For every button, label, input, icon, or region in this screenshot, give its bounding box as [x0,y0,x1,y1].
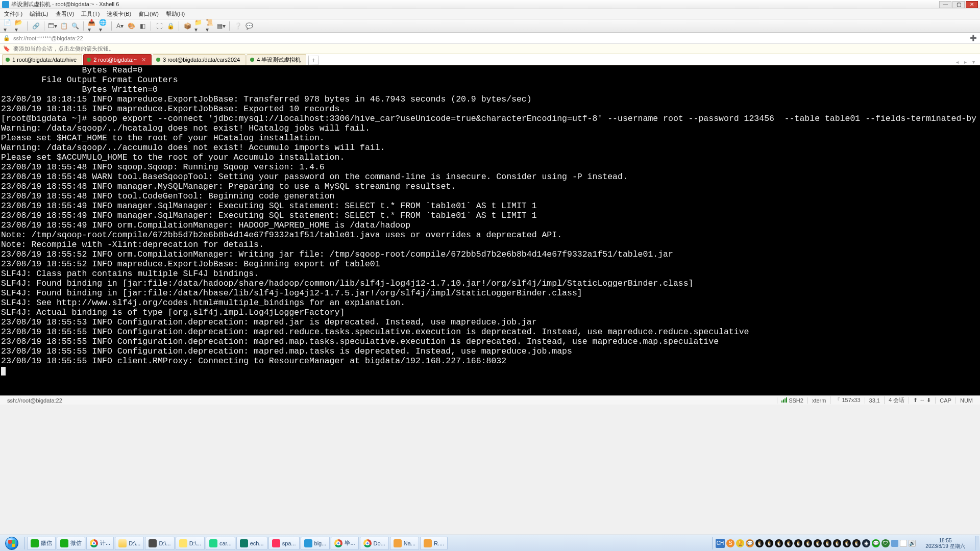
tabs-menu-icon[interactable]: ▾ [970,59,977,65]
properties-button[interactable]: 🗔▾ [48,21,57,31]
menu-help[interactable]: 帮助(H) [166,10,185,18]
status-divider: ⬆ ↔ ⬇ [909,397,935,404]
status-signal: SSH2 [777,397,807,404]
menu-tools[interactable]: 工具(T) [81,10,100,18]
status-position: 33,1 [865,397,884,404]
globe-button[interactable]: 🌐▾ [99,21,108,31]
status-connection: ssh://root@bigdata:22 [3,397,777,404]
app-icon [2,1,9,8]
script-button[interactable]: 📜▾ [205,21,214,31]
status-num: NUM [955,397,977,404]
menu-edit[interactable]: 编辑(E) [30,10,48,18]
menu-file[interactable]: 文件(F) [4,10,22,18]
address-add-button[interactable]: ➕ [970,35,977,41]
tab-3[interactable]: 3 root@bigdata:/data/cars2024 [153,54,246,65]
reconnect-button[interactable]: 🔗 [31,21,40,31]
fullscreen-button[interactable]: ⛶ [155,21,164,31]
tab-label: 3 root@bigdata:/data/cars2024 [163,57,240,63]
help-button[interactable]: ❔ [233,21,242,31]
lock-icon: 🔒 [3,35,10,41]
window-title: 毕设测试虚拟机 - root@bigdata:~ - Xshell 6 [11,1,938,8]
comment-icon[interactable]: 💬 [244,21,254,31]
menu-view[interactable]: 查看(V) [56,10,75,18]
tab-bar: 1 root@bigdata:/data/hive 2 root@bigdata… [0,54,980,65]
tab-2[interactable]: 2 root@bigdata:~✕ [83,54,152,65]
new-tab-button[interactable]: + [308,56,318,65]
tab-1[interactable]: 1 root@bigdata:/data/hive [2,54,82,65]
paste-button[interactable]: 📥▾ [87,21,96,31]
status-size: 『 157x33 [830,396,864,404]
menu-window[interactable]: 窗口(W) [138,10,159,18]
new-session-button[interactable]: 📄▾ [3,21,12,31]
status-dot-icon [87,58,91,62]
lock-button[interactable]: 🔒 [166,21,175,31]
hint-bar: 🔖 要添加当前会话，点击左侧的箭头按钮。 [0,44,980,54]
close-button[interactable]: ✕ [966,1,978,8]
transfer-button[interactable]: 📦 [183,21,192,31]
font-button[interactable]: A▾ [115,21,125,31]
status-sessions: 4 会话 [884,396,909,404]
tab-label: 2 root@bigdata:~ [93,57,137,63]
address-text[interactable]: ssh://root:******@bigdata:22 [13,35,83,41]
tool-bar: 📄▾ 📂▾ 🔗 🗔▾ 📋 🔍 📥▾ 🌐▾ A▾ 🎨 ◧ ⛶ 🔒 📦 📁▾ 📜▾ … [0,19,980,33]
status-dot-icon [6,58,10,62]
sftp-button[interactable]: 📁▾ [194,21,203,31]
highlight-button[interactable]: ◧ [138,21,147,31]
tab-label: 4 毕设测试虚拟机 [257,56,301,64]
copy-button[interactable]: 📋 [59,21,68,31]
status-dot-icon [250,58,254,62]
close-tab-icon[interactable]: ✕ [141,57,146,63]
title-bar: 毕设测试虚拟机 - root@bigdata:~ - Xshell 6 — ▢ … [0,0,980,9]
status-bar: ssh://root@bigdata:22 SSH2 xterm 『 157x3… [0,395,980,405]
menu-bar: 文件(F) 编辑(E) 查看(V) 工具(T) 选项卡(B) 窗口(W) 帮助(… [0,9,980,19]
tabs-scroll-right[interactable]: ▸ [962,59,969,65]
layout-button[interactable]: ▦▾ [216,21,226,31]
status-dot-icon [156,58,160,62]
menu-options[interactable]: 选项卡(B) [107,10,131,18]
address-bar: 🔒 ssh://root:******@bigdata:22 ➕ [0,33,980,44]
bookmark-icon[interactable]: 🔖 [3,45,10,52]
find-button[interactable]: 🔍 [70,21,80,31]
tab-4[interactable]: 4 毕设测试虚拟机 [247,54,306,65]
open-button[interactable]: 📂▾ [14,21,23,31]
status-term: xterm [807,397,830,404]
status-cap: CAP [935,397,955,404]
tabs-scroll-left[interactable]: ◂ [953,59,961,65]
hint-text: 要添加当前会话，点击左侧的箭头按钮。 [13,45,114,53]
maximize-button[interactable]: ▢ [952,1,965,8]
terminal-output[interactable]: Bytes Read=0 File Output Format Counters… [0,65,980,395]
color-button[interactable]: 🎨 [127,21,136,31]
tab-label: 1 root@bigdata:/data/hive [12,57,77,63]
minimize-button[interactable]: — [939,1,951,8]
